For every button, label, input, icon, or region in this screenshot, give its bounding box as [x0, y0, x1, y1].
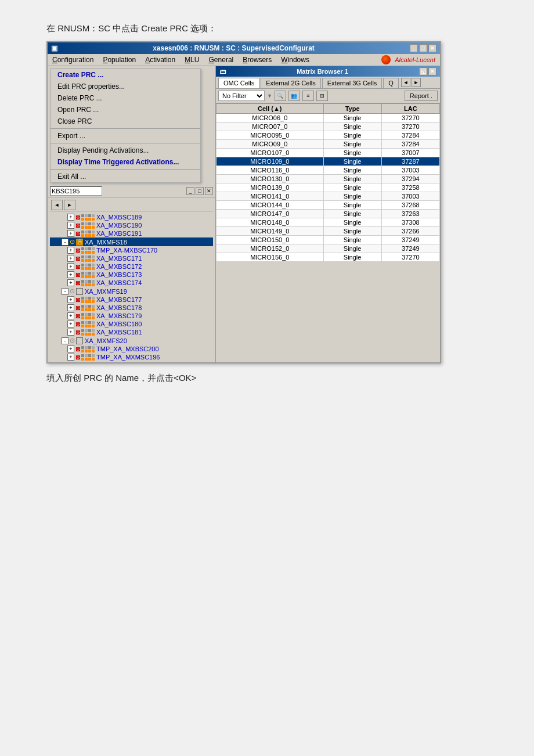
tree-node-msc196[interactable]: + ⊠ TMP_XA_MXMSC196: [50, 353, 213, 361]
filter-cols-btn[interactable]: ⊟: [316, 91, 328, 101]
matrix-close-btn[interactable]: ✕: [428, 67, 436, 75]
expand-bsc181[interactable]: +: [67, 329, 74, 336]
table-row[interactable]: MICRO107_0Single37007: [217, 149, 440, 157]
tab-q[interactable]: Q: [383, 78, 399, 88]
menu-configuration[interactable]: Configuration: [50, 55, 96, 64]
menu-create-prc[interactable]: Create PRC ...: [50, 69, 200, 81]
filter-select[interactable]: No Filter: [218, 91, 265, 101]
menu-windows[interactable]: Windows: [279, 55, 312, 64]
tree-node-bsc174[interactable]: + ⊠ XA_MXBSC174: [50, 279, 213, 287]
tree-node-bsc191[interactable]: + ⊠ XA_MXBSC191: [50, 229, 213, 237]
table-row[interactable]: MICRO095_0Single37284: [217, 131, 440, 140]
tab-omc-cells[interactable]: OMC Cells: [218, 78, 259, 88]
table-row[interactable]: MICRO148_0Single37308: [217, 218, 440, 227]
tree-node-bsc171[interactable]: + ⊠ XA_MXBSC171: [50, 254, 213, 262]
tree-node-bsc190[interactable]: + ⊠ XA_MXBSC190: [50, 221, 213, 229]
expand-bsc179[interactable]: +: [67, 312, 74, 319]
maximize-button[interactable]: □: [419, 44, 427, 52]
table-row[interactable]: MICRO150_0Single37249: [217, 236, 440, 244]
table-row[interactable]: MICRO139_0Single37258: [217, 183, 440, 192]
left-maximize-btn[interactable]: □: [196, 187, 204, 195]
tree-nav-left[interactable]: ◄: [51, 200, 63, 210]
menu-open-prc[interactable]: Open PRC ...: [50, 104, 200, 116]
expand-bsc172[interactable]: +: [67, 263, 74, 270]
menu-mlu[interactable]: MLU: [182, 55, 201, 64]
table-row[interactable]: MICRO07_0Single37270: [217, 123, 440, 131]
matrix-restore-btn[interactable]: ◱: [419, 67, 427, 75]
tab-scroll-left[interactable]: ◄: [401, 78, 410, 87]
tree-node-bsc180[interactable]: + ⊠ XA_MXBSC180: [50, 320, 213, 328]
table-row[interactable]: MICRO141_0Single37003: [217, 192, 440, 201]
expand-bsc190[interactable]: +: [67, 222, 74, 229]
expand-bsc191[interactable]: +: [67, 230, 74, 237]
expand-bsc180[interactable]: +: [67, 321, 74, 327]
menu-export[interactable]: Export ...: [50, 130, 200, 142]
table-row[interactable]: MICRO147_0Single37263: [217, 210, 440, 218]
table-row[interactable]: MICRO144_0Single37268: [217, 201, 440, 210]
cell-type-6: Single: [323, 166, 381, 175]
expand-bsc174[interactable]: +: [67, 279, 74, 286]
menu-activation[interactable]: Activation: [143, 55, 178, 64]
close-button[interactable]: ✕: [428, 44, 436, 52]
menu-edit-prc[interactable]: Edit PRC properties...: [50, 81, 200, 92]
col-header-lac[interactable]: LAC: [381, 104, 439, 114]
table-row[interactable]: MICRO09_0Single37284: [217, 140, 440, 149]
expand-msc196[interactable]: +: [67, 354, 74, 361]
tree-node-bsc179[interactable]: + ⊠ XA_MXBSC179: [50, 312, 213, 320]
report-button[interactable]: Report .: [405, 91, 438, 101]
tree-node-bsc200[interactable]: + ⊠ TMP_XA_MXBSC200: [50, 345, 213, 353]
tree-node-bsc189[interactable]: + ⊠ XA_MXBSC189: [50, 213, 213, 221]
expand-bsc178[interactable]: +: [67, 304, 74, 311]
menu-exit-all[interactable]: Exit All ...: [50, 171, 200, 182]
expand-bsc171[interactable]: +: [67, 255, 74, 262]
tree-node-bsc173[interactable]: + ⊠ XA_MXBSC173: [50, 271, 213, 279]
table-row[interactable]: MICRO130_0Single37294: [217, 175, 440, 183]
tree-node-bsc178[interactable]: + ⊠ XA_MXBSC178: [50, 304, 213, 312]
menu-general[interactable]: General: [207, 55, 236, 64]
menu-display-time[interactable]: Display Time Triggered Activations...: [50, 156, 200, 168]
col-header-cell[interactable]: Cell (▲): [217, 104, 324, 114]
filter-people-btn[interactable]: 👥: [288, 91, 300, 101]
error-icon-bsc170: ⊠: [75, 247, 80, 254]
table-row[interactable]: MICRO116_0Single37003: [217, 166, 440, 175]
tree-node-bsc177[interactable]: + ⊠ XA_MXBSC177: [50, 296, 213, 304]
minimize-button[interactable]: _: [410, 44, 418, 52]
tree-node-mxmfs18[interactable]: - ⊙ 🔒 XA_MXMFS18: [50, 237, 213, 246]
expand-bsc177[interactable]: +: [67, 296, 74, 303]
tab-external-2g[interactable]: External 2G Cells: [261, 78, 321, 88]
separator-2: [50, 143, 200, 143]
left-minimize-btn[interactable]: _: [186, 187, 194, 195]
filter-lines-btn[interactable]: ≡: [302, 91, 314, 101]
tree-node-mxmfs20[interactable]: - ⊙ XA_MXMFS20: [50, 336, 213, 345]
table-row[interactable]: MICRO06_0Single37270: [217, 114, 440, 123]
tree-node-bsc172[interactable]: + ⊠ XA_MXBSC172: [50, 262, 213, 271]
menu-browsers[interactable]: Browsers: [240, 55, 274, 64]
col-header-type[interactable]: Type: [323, 104, 381, 114]
tree-node-mxmfs19[interactable]: - ⊙ XA_MXMFS19: [50, 287, 213, 296]
menu-close-prc[interactable]: Close PRC: [50, 116, 200, 127]
expand-mxmfs19[interactable]: -: [62, 288, 68, 295]
expand-bsc189[interactable]: +: [67, 214, 74, 221]
search-icon-btn[interactable]: 🔍: [275, 91, 286, 101]
expand-mxmfs18[interactable]: -: [62, 239, 68, 246]
expand-bsc200[interactable]: +: [67, 345, 74, 352]
tab-external-3g[interactable]: External 3G Cells: [322, 78, 383, 88]
expand-mxmfs20[interactable]: -: [62, 337, 68, 344]
tree-nav-right[interactable]: ►: [64, 200, 75, 210]
table-row[interactable]: MICRO152_0Single37249: [217, 244, 440, 253]
table-row[interactable]: MICRO109_0Single37287: [217, 157, 440, 166]
left-filter-input[interactable]: [50, 186, 102, 196]
expand-bsc173[interactable]: +: [67, 271, 74, 278]
menu-display-pending[interactable]: Display Pending Activations...: [50, 145, 200, 156]
cell-grid-bsc172: [81, 264, 95, 270]
tab-scroll-right[interactable]: ►: [412, 78, 421, 87]
left-close-btn[interactable]: ✕: [205, 187, 213, 195]
tree-node-bsc170[interactable]: + ⊠ TMP_XA-MXBSC170: [50, 246, 213, 254]
table-row[interactable]: MICRO156_0Single37270: [217, 253, 440, 262]
table-row[interactable]: MICRO149_0Single37266: [217, 227, 440, 236]
menu-delete-prc[interactable]: Delete PRC ...: [50, 92, 200, 104]
expand-bsc170[interactable]: +: [67, 247, 74, 254]
error-icon-bsc172: ⊠: [75, 264, 80, 270]
menu-population[interactable]: Population: [100, 55, 138, 64]
tree-node-bsc181[interactable]: + ⊠ XA_MXBSC181: [50, 328, 213, 336]
